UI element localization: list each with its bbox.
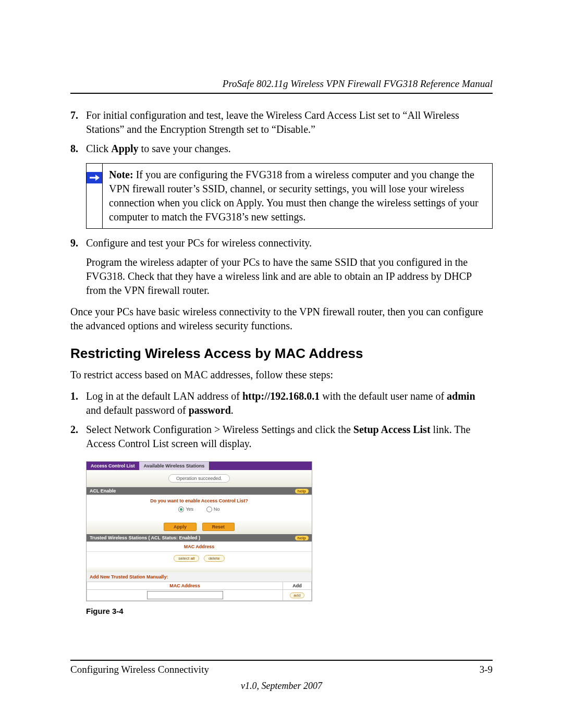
figure-3-4: Access Control List Available Wireless S…: [86, 461, 493, 601]
step-8-num: 8.: [70, 142, 86, 156]
note-icon-cell: [87, 164, 103, 228]
sec-step-2-text: Select Network Configuration > Wireless …: [86, 423, 493, 451]
s1-t1: Log in at the default LAN address of: [86, 390, 242, 402]
acl-question: Do you want to enable Access Control Lis…: [91, 498, 308, 503]
radio-no-label: No: [214, 507, 220, 512]
step-7-num: 7.: [70, 108, 86, 137]
acl-screenshot: Access Control List Available Wireless S…: [86, 461, 312, 601]
status-band: Operation succeeded.: [87, 470, 312, 487]
radio-yes-label: Yes: [186, 507, 193, 512]
acl-radios: Yes No: [91, 505, 308, 517]
tab-available-wireless-stations[interactable]: Available Wireless Stations: [140, 462, 210, 470]
s1-url: http://192.168.0.1: [242, 390, 320, 402]
manual-mac-cell: [87, 590, 283, 601]
note-label: Note:: [109, 169, 133, 180]
manual-add-title: Add New Trusted Station Manually:: [87, 572, 312, 582]
sec-step-1-text: Log in at the default LAN address of htt…: [86, 389, 493, 417]
section-heading: Restricting Wireless Access by MAC Addre…: [70, 346, 493, 362]
step-8-apply: Apply: [111, 143, 138, 154]
step-7: 7. For initial configuration and test, l…: [70, 108, 493, 137]
radio-yes[interactable]: [178, 507, 184, 512]
select-delete-row: select all delete: [87, 552, 312, 567]
sec-step-1: 1. Log in at the default LAN address of …: [70, 389, 493, 417]
step-9-num: 9.: [70, 236, 86, 250]
mac-address-input[interactable]: [147, 591, 223, 599]
help-badge-1[interactable]: help: [295, 489, 309, 493]
s2-t1: Select Network Configuration > Wireless …: [86, 424, 353, 435]
add-button[interactable]: add: [290, 593, 304, 598]
sec-step-2: 2. Select Network Configuration > Wirele…: [70, 423, 493, 451]
radio-no[interactable]: [206, 507, 212, 512]
panel-acl-enable-body: Do you want to enable Access Control Lis…: [87, 495, 312, 521]
reset-button[interactable]: Reset: [202, 523, 235, 531]
s1-t2: with the default user name of: [320, 390, 447, 402]
section-intro: To restrict access based on MAC addresse…: [70, 368, 493, 382]
step-9-text: Configure and test your PCs for wireless…: [86, 236, 493, 250]
after-list-para: Once your PCs have basic wireless connec…: [70, 305, 493, 333]
step-8-post: to save your changes.: [139, 143, 231, 154]
manual-add-table: MAC Address Add add: [87, 582, 312, 601]
manual-mac-header: MAC Address: [87, 582, 283, 590]
mac-header-1: MAC Address: [87, 541, 312, 552]
tab-bar: Access Control List Available Wireless S…: [87, 462, 312, 470]
apply-reset-row: Apply Reset: [87, 521, 312, 534]
note-body: If you are configuring the FVG318 from a…: [109, 169, 479, 223]
operation-succeeded-badge: Operation succeeded.: [168, 474, 230, 483]
footer-center: v1.0, September 2007: [70, 681, 493, 692]
s1-t3: and default password of: [86, 404, 189, 416]
tab-access-control-list[interactable]: Access Control List: [87, 462, 140, 470]
panel-acl-enable-title: ACL Enable: [90, 488, 116, 493]
manual-add-cell: add: [283, 590, 312, 601]
page-footer: Configuring Wireless Connectivity 3-9 v1…: [70, 660, 493, 692]
step-8-pre: Click: [86, 143, 111, 154]
s1-password: password: [189, 404, 231, 416]
footer-left: Configuring Wireless Connectivity: [70, 664, 209, 675]
manual-add-header: Add: [283, 582, 312, 590]
sec-step-1-num: 1.: [70, 389, 86, 417]
apply-button[interactable]: Apply: [164, 523, 197, 531]
note-text: Note: If you are configuring the FVG318 …: [103, 164, 492, 228]
page: ProSafe 802.11g Wireless VPN Firewall FV…: [0, 0, 563, 728]
panel-trusted-head: Trusted Wireless Stations ( ACL Status: …: [87, 534, 312, 541]
panel-trusted-title: Trusted Wireless Stations ( ACL Status: …: [90, 535, 200, 540]
figure-caption: Figure 3-4: [86, 607, 493, 615]
step-8-text: Click Apply to save your changes.: [86, 142, 493, 156]
sec-step-2-num: 2.: [70, 423, 86, 451]
s1-admin: admin: [447, 390, 475, 402]
panel-acl-enable-head: ACL Enable help: [87, 487, 312, 495]
running-header: ProSafe 802.11g Wireless VPN Firewall FV…: [70, 78, 493, 90]
help-badge-2[interactable]: help: [295, 536, 309, 540]
arrow-right-icon: [87, 172, 102, 183]
step-7-text: For initial configuration and test, leav…: [86, 108, 493, 137]
step-9-detail: Program the wireless adapter of your PCs…: [86, 255, 493, 298]
spacer-band: [87, 567, 312, 572]
delete-button[interactable]: delete: [204, 555, 225, 562]
footer-rule: [70, 660, 493, 661]
footer-right: 3-9: [480, 664, 493, 675]
s2-link: Setup Access List: [353, 424, 431, 435]
note-box: Note: If you are configuring the FVG318 …: [86, 163, 493, 229]
step-8: 8. Click Apply to save your changes.: [70, 142, 493, 156]
step-9: 9. Configure and test your PCs for wirel…: [70, 236, 493, 250]
header-rule: [70, 93, 493, 94]
s1-t4: .: [231, 404, 234, 416]
select-all-button[interactable]: select all: [174, 555, 199, 562]
